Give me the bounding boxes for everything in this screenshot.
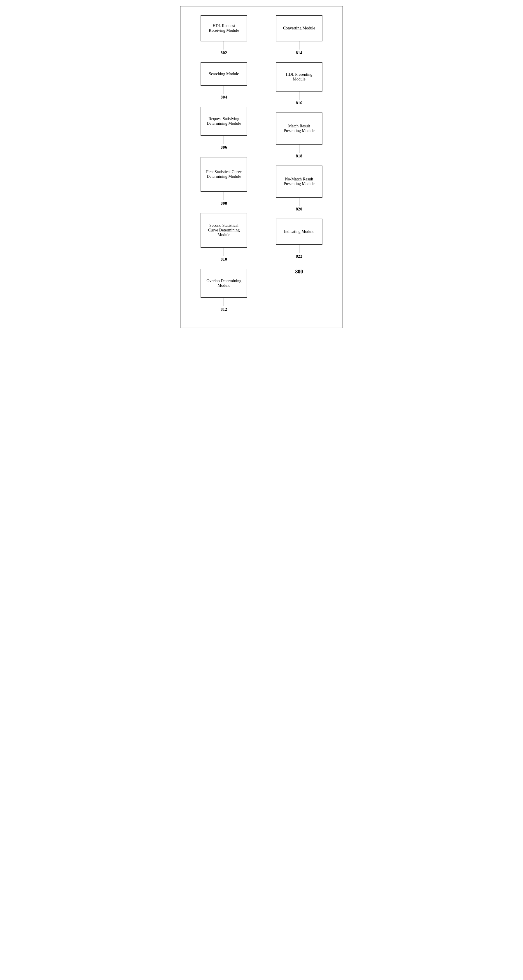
module-818-label: Match Result Presenting Module (279, 124, 319, 133)
figure-label-800: 800 (295, 269, 303, 275)
two-column-diagram: HDL Request Receiving Module 802 Searchi… (186, 15, 337, 319)
module-810: Second Statistical Curve Determining Mod… (200, 213, 247, 248)
module-808-label: First Statistical Curve Determining Modu… (204, 170, 244, 179)
module-818: Match Result Presenting Module (276, 113, 323, 145)
connector-814 (299, 41, 299, 49)
label-806: 806 (221, 145, 227, 150)
connector-820 (299, 197, 299, 206)
connector-818 (299, 145, 299, 153)
module-814-label: Converting Module (283, 26, 315, 30)
module-802: HDL Request Receiving Module (200, 15, 247, 41)
connector-808 (224, 192, 224, 200)
right-column: Converting Module 814 HDL Presenting Mod… (262, 15, 337, 319)
connector-804 (224, 86, 224, 94)
module-804: Searching Module (200, 62, 247, 86)
connector-802 (224, 41, 224, 49)
left-column: HDL Request Receiving Module 802 Searchi… (186, 15, 262, 319)
diagram-container: HDL Request Receiving Module 802 Searchi… (180, 6, 343, 328)
label-820: 820 (296, 207, 303, 212)
connector-812 (224, 298, 224, 306)
module-816: HDL Presenting Module (276, 62, 323, 92)
module-812-label: Overlap Determining Module (204, 278, 244, 288)
module-816-label: HDL Presenting Module (279, 72, 319, 82)
connector-816 (299, 92, 299, 100)
module-820-label: No-Match Result Presenting Module (279, 177, 319, 186)
module-822-label: Indicating Module (284, 229, 314, 234)
connector-822 (299, 245, 299, 253)
label-802: 802 (221, 51, 227, 56)
module-806-label: Request Satisfying Determining Module (204, 116, 244, 126)
module-820: No-Match Result Presenting Module (276, 165, 323, 197)
module-802-label: HDL Request Receiving Module (204, 24, 244, 33)
module-806: Request Satisfying Determining Module (200, 107, 247, 136)
connector-806 (224, 136, 224, 144)
module-808: First Statistical Curve Determining Modu… (200, 157, 247, 192)
module-822: Indicating Module (276, 219, 323, 245)
label-804: 804 (221, 95, 227, 100)
label-810: 810 (221, 257, 227, 262)
module-814: Converting Module (276, 15, 323, 41)
label-808: 808 (221, 201, 227, 206)
label-814: 814 (296, 51, 303, 56)
label-822: 822 (296, 254, 303, 259)
module-804-label: Searching Module (209, 72, 239, 76)
label-812: 812 (221, 307, 227, 312)
label-818: 818 (296, 154, 303, 159)
module-810-label: Second Statistical Curve Determining Mod… (204, 223, 244, 237)
module-812: Overlap Determining Module (200, 269, 247, 298)
label-816: 816 (296, 101, 303, 105)
connector-810 (224, 248, 224, 256)
